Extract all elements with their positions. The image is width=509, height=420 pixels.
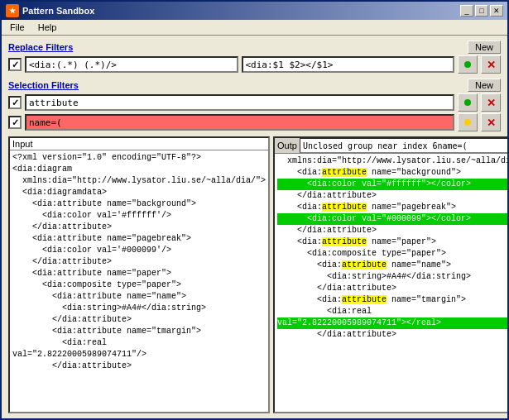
window-controls: _ □ ✕	[460, 5, 503, 17]
input-panel: Input <?xml version="1.0" encoding="UTF-…	[8, 136, 270, 413]
replace-filter-input-left-1[interactable]	[25, 56, 238, 73]
out-line-7: </dia:attribute>	[277, 225, 507, 236]
output-panel: Outp ▼ xmlns:dia="http://www.lysator.liu…	[273, 136, 507, 413]
selection-filter-checkbox-2[interactable]: ✓	[8, 116, 22, 129]
input-line-6: <dia:color val='#ffffff'/>	[12, 210, 266, 222]
input-line-13: <dia:attribute name="name">	[12, 291, 266, 303]
input-line-8: <dia:attribute name="pagebreak">	[12, 233, 266, 245]
window-title: Pattern Sandbox	[22, 6, 94, 16]
delete-icon: ✕	[487, 60, 496, 70]
delete-icon-3: ✕	[487, 117, 496, 128]
selection-filter-checkbox-1[interactable]: ✓	[8, 96, 22, 109]
replace-filters-new-button[interactable]: New	[468, 41, 501, 54]
replace-filter-input-right-1[interactable]	[242, 56, 455, 73]
selection-filters-new-button[interactable]: New	[468, 79, 501, 92]
input-line-9: <dia:color val='#000099'/>	[12, 245, 266, 256]
out-line-6: <dia:color val="#000099"></color>	[277, 213, 507, 225]
check-mark-sel-2: ✓	[12, 117, 19, 128]
input-line-2: <dia:diagram	[12, 164, 266, 175]
input-line-1: <?xml version="1.0" encoding="UTF-8"?>	[12, 152, 266, 164]
bottom-panels: Input <?xml version="1.0" encoding="UTF-…	[8, 136, 501, 413]
selection-filter-row-2: ✓ ✕	[8, 113, 501, 131]
delete-icon-2: ✕	[487, 98, 496, 108]
minimize-button[interactable]: _	[460, 5, 473, 17]
selection-filters-section: Selection Filters New ✓ ✕ ✓	[8, 79, 501, 133]
input-line-14: <dia:string>#A4#</dia:string>	[12, 303, 266, 314]
selection-filter-input-1[interactable]	[25, 94, 454, 111]
green-dot-icon-2	[464, 99, 471, 106]
replace-filters-header: Replace Filters New	[8, 41, 501, 54]
out-line-3: <dia:color val="#ffffff"></color>	[277, 179, 507, 190]
input-line-17: <dia:real	[12, 337, 266, 349]
menu-help[interactable]: Help	[33, 21, 62, 33]
selection-filter-dot-button-1[interactable]	[458, 93, 478, 112]
replace-filter-dot-button-1[interactable]	[458, 55, 478, 74]
out-line-9: <dia:composite type="paper">	[277, 248, 507, 260]
out-line-16: </dia:attribute>	[277, 329, 507, 341]
check-mark-sel-1: ✓	[12, 98, 19, 108]
replace-filters-label: Replace Filters	[8, 42, 73, 52]
input-line-3: xmlns:dia="http://www.lysator.liu.se/~al…	[12, 175, 266, 187]
selection-filter-row-1: ✓ ✕	[8, 93, 501, 112]
output-panel-header: Outp ▼	[275, 138, 507, 154]
selection-filter-delete-button-2[interactable]: ✕	[481, 113, 501, 131]
selection-filter-input-2[interactable]	[25, 114, 454, 131]
app-icon: ★	[6, 4, 19, 17]
output-panel-content[interactable]: xmlns:dia="http://www.lysator.liu.se/~al…	[275, 154, 507, 412]
out-line-10: <dia:attribute name="name">	[277, 260, 507, 271]
check-mark-1: ✓	[12, 60, 19, 70]
close-button[interactable]: ✕	[490, 5, 503, 17]
title-bar-left: ★ Pattern Sandbox	[6, 4, 94, 17]
out-line-15: val="2.82220005989074711"></real>	[277, 317, 507, 329]
output-panel-title: Outp	[275, 140, 300, 151]
out-line-5: <dia:attribute name="pagebreak">	[277, 202, 507, 213]
input-panel-title: Input	[12, 139, 32, 149]
input-line-18: val="2.82220005989074711"/>	[12, 349, 266, 360]
out-line-12: </dia:attribute>	[277, 283, 507, 294]
input-line-10: </dia:attribute>	[12, 256, 266, 268]
replace-filter-delete-button-1[interactable]: ✕	[481, 55, 501, 74]
replace-filters-section: Replace Filters New ✓ ✕	[8, 41, 501, 75]
yellow-dot-icon	[464, 119, 471, 126]
out-line-13: <dia:attribute name="tmargin">	[277, 294, 507, 306]
title-bar: ★ Pattern Sandbox _ □ ✕	[2, 2, 507, 20]
selection-filter-delete-button-1[interactable]: ✕	[481, 93, 501, 112]
selection-filters-label: Selection Filters	[8, 80, 79, 90]
input-line-7: </dia:attribute>	[12, 222, 266, 233]
input-panel-header: Input	[10, 138, 268, 150]
output-header-input[interactable]	[300, 138, 507, 153]
main-content: Replace Filters New ✓ ✕ Selection Fil	[2, 36, 507, 418]
input-line-16: <dia:attribute name="tmargin">	[12, 326, 266, 337]
out-line-1: xmlns:dia="http://www.lysator.liu.se/~al…	[277, 155, 507, 167]
replace-filter-row-1: ✓ ✕	[8, 55, 501, 74]
main-window: ★ Pattern Sandbox _ □ ✕ File Help Replac…	[0, 0, 509, 420]
input-panel-content[interactable]: <?xml version="1.0" encoding="UTF-8"?> <…	[10, 150, 268, 412]
out-line-4: </dia:attribute>	[277, 190, 507, 202]
input-line-15: </dia:attribute>	[12, 314, 266, 326]
selection-filter-dot-button-2[interactable]	[458, 113, 478, 131]
selection-filters-header: Selection Filters New	[8, 79, 501, 92]
out-line-2: <dia:attribute name="background">	[277, 167, 507, 179]
input-line-12: <dia:composite type="paper">	[12, 279, 266, 291]
replace-filter-checkbox-1[interactable]: ✓	[8, 58, 22, 71]
input-line-4: <dia:diagramdata>	[12, 187, 266, 198]
input-line-5: <dia:attribute name="background">	[12, 198, 266, 210]
maximize-button[interactable]: □	[475, 5, 488, 17]
menu-file[interactable]: File	[5, 21, 30, 33]
out-line-14: <dia:real	[277, 306, 507, 317]
out-line-11: <dia:string>#A4#</dia:string>	[277, 271, 507, 283]
out-line-8: <dia:attribute name="paper">	[277, 236, 507, 248]
green-dot-icon	[464, 61, 471, 68]
menu-bar: File Help	[2, 20, 507, 36]
input-line-11: <dia:attribute name="paper">	[12, 268, 266, 279]
input-line-19: </dia:attribute>	[12, 360, 266, 372]
